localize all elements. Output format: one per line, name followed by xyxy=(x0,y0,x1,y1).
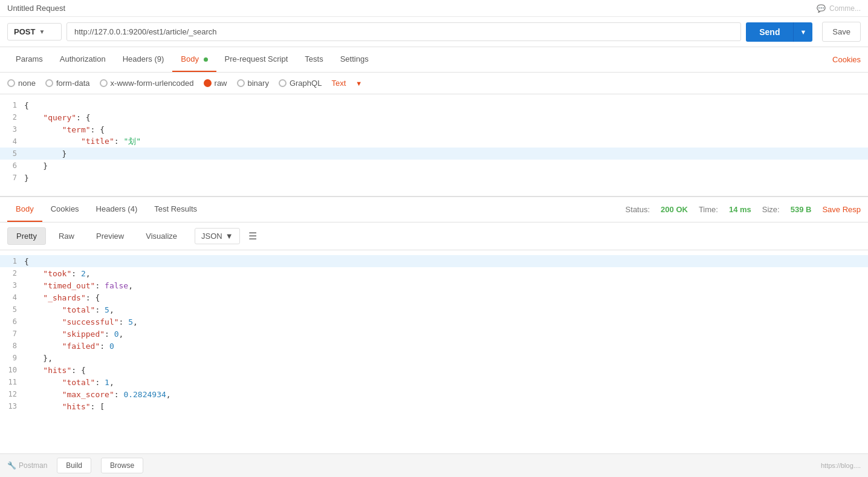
opt-graphql-label: GraphQL xyxy=(290,79,322,88)
resp-line-5: 5 "total": 5, xyxy=(0,303,868,316)
req-line-1: 1 { xyxy=(0,99,868,111)
tab-authorization[interactable]: Authorization xyxy=(51,47,114,72)
json-format-select[interactable]: JSON ▼ xyxy=(195,228,240,244)
opt-binary-label: binary xyxy=(248,79,269,88)
tab-tests[interactable]: Tests xyxy=(296,47,331,72)
resp-tab-headers[interactable]: Headers (4) xyxy=(88,197,146,222)
send-dropdown-button[interactable]: ▼ xyxy=(793,22,812,42)
req-line-4: 4 "title": "划" xyxy=(0,135,868,148)
url-input[interactable] xyxy=(66,22,741,41)
opt-graphql[interactable]: GraphQL xyxy=(279,79,322,88)
resp-line-7: 7 "skipped": 0, xyxy=(0,328,868,340)
time-value: 14 ms xyxy=(729,205,751,214)
req-line-6: 6 } xyxy=(0,160,868,172)
resp-line-13: 13 "hits": [ xyxy=(0,400,868,412)
radio-graphql-icon xyxy=(279,79,287,87)
response-tabs-row: Body Cookies Headers (4) Test Results St… xyxy=(0,197,868,222)
json-format-label: JSON xyxy=(201,232,222,241)
save-button[interactable]: Save xyxy=(822,22,861,42)
cookies-link[interactable]: Cookies xyxy=(832,48,861,71)
radio-binary-icon xyxy=(237,79,245,87)
opt-raw[interactable]: raw xyxy=(204,79,227,88)
size-value: 539 B xyxy=(791,205,812,214)
comment-area: 💬 Comme... xyxy=(817,4,861,13)
fmt-preview[interactable]: Preview xyxy=(87,227,133,245)
resp-line-8: 8 "failed": 0 xyxy=(0,340,868,352)
opt-urlencoded-label: x-www-form-urlencoded xyxy=(111,79,194,88)
request-tabs-bar: Params Authorization Headers (9) Body Pr… xyxy=(0,47,868,73)
resp-line-9: 9 }, xyxy=(0,352,868,364)
status-label: Status: xyxy=(626,205,650,214)
json-format-chevron-icon: ▼ xyxy=(225,232,233,241)
method-select[interactable]: POST ▼ xyxy=(7,23,62,41)
fmt-pretty[interactable]: Pretty xyxy=(7,227,46,245)
resp-line-1: 1 { xyxy=(0,255,868,267)
request-body-editor[interactable]: 1 { 2 "query": { 3 "term": { 4 "title": … xyxy=(0,94,868,197)
radio-none-icon xyxy=(7,79,15,87)
tab-settings[interactable]: Settings xyxy=(332,47,377,72)
opt-none[interactable]: none xyxy=(7,79,36,88)
resp-line-6: 6 "successful": 5, xyxy=(0,316,868,328)
status-value: 200 OK xyxy=(661,205,688,214)
title-bar: Untitled Request 💬 Comme... xyxy=(0,0,868,17)
comment-icon: 💬 xyxy=(817,4,826,13)
wrap-lines-icon[interactable]: ☰ xyxy=(248,230,257,242)
resp-line-3: 3 "timed_out": false, xyxy=(0,279,868,291)
size-label: Size: xyxy=(762,205,780,214)
radio-form-data-icon xyxy=(45,79,53,87)
resp-tab-body[interactable]: Body xyxy=(7,197,42,222)
req-line-7: 7 } xyxy=(0,172,868,184)
opt-binary[interactable]: binary xyxy=(237,79,269,88)
tab-body[interactable]: Body xyxy=(172,47,216,72)
save-response-button[interactable]: Save Resp xyxy=(822,205,861,214)
opt-raw-label: raw xyxy=(215,79,227,88)
resp-line-12: 12 "max_score": 0.2824934, xyxy=(0,388,868,400)
resp-line-10: 10 "hits": { xyxy=(0,364,868,376)
resp-line-11: 11 "total": 1, xyxy=(0,376,868,388)
time-label: Time: xyxy=(699,205,718,214)
send-btn-group: Send ▼ xyxy=(746,22,812,42)
tab-pre-request[interactable]: Pre-request Script xyxy=(216,47,297,72)
send-button[interactable]: Send xyxy=(746,22,793,42)
text-type-label[interactable]: Text xyxy=(331,79,346,88)
resp-tab-cookies[interactable]: Cookies xyxy=(42,197,88,222)
comment-label: Comme... xyxy=(829,4,861,13)
body-options-bar: none form-data x-www-form-urlencoded raw… xyxy=(0,73,868,94)
tab-params[interactable]: Params xyxy=(7,47,51,72)
window-title: Untitled Request xyxy=(7,4,65,13)
method-chevron-icon: ▼ xyxy=(39,28,45,35)
req-line-5: 5 } xyxy=(0,148,868,160)
fmt-visualize[interactable]: Visualize xyxy=(137,227,186,245)
response-status-bar: Status: 200 OK Time: 14 ms Size: 539 B S… xyxy=(618,200,868,219)
req-line-3: 3 "term": { xyxy=(0,123,868,135)
body-dot xyxy=(204,57,208,62)
opt-form-data-label: form-data xyxy=(56,79,90,88)
resp-tab-test-results[interactable]: Test Results xyxy=(146,197,206,222)
radio-urlencoded-icon xyxy=(100,79,108,87)
opt-form-data[interactable]: form-data xyxy=(45,79,90,88)
fmt-raw[interactable]: Raw xyxy=(50,227,83,245)
req-line-2: 2 "query": { xyxy=(0,111,868,123)
response-tabs-bar: Body Cookies Headers (4) Test Results xyxy=(0,197,618,222)
resp-line-2: 2 "took": 2, xyxy=(0,267,868,279)
response-body-editor[interactable]: 1 { 2 "took": 2, 3 "timed_out": false, 4… xyxy=(0,250,868,420)
radio-raw-icon xyxy=(204,79,212,87)
tab-headers[interactable]: Headers (9) xyxy=(114,47,173,72)
text-type-dropdown-icon[interactable]: ▼ xyxy=(355,80,362,87)
method-label: POST xyxy=(14,27,35,36)
resp-line-4: 4 "_shards": { xyxy=(0,291,868,303)
opt-urlencoded[interactable]: x-www-form-urlencoded xyxy=(100,79,194,88)
opt-none-label: none xyxy=(18,79,36,88)
url-bar: POST ▼ Send ▼ Save xyxy=(0,17,868,47)
format-bar: Pretty Raw Preview Visualize JSON ▼ ☰ xyxy=(0,222,868,250)
